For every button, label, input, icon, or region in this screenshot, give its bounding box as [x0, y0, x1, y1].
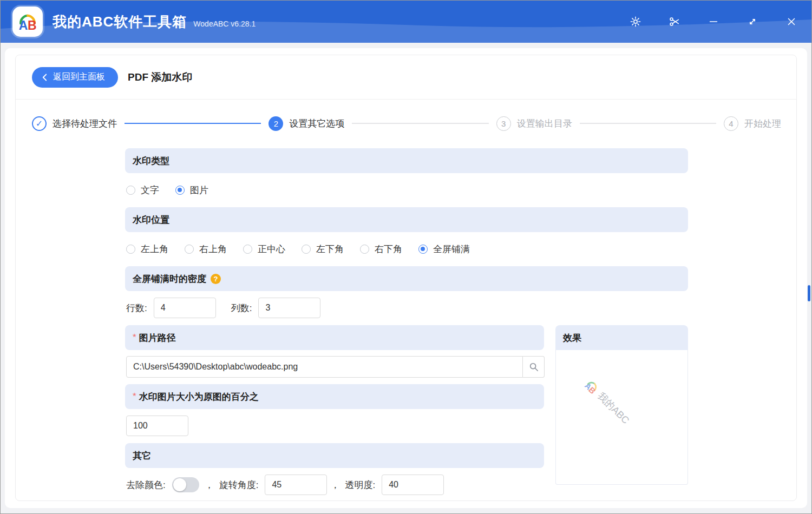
step-connector	[580, 123, 716, 124]
window-controls	[628, 1, 798, 43]
cols-input[interactable]	[258, 298, 320, 318]
app-window: A B 我的ABC软件工具箱 WodeABC v6.28.1	[0, 0, 812, 514]
scissors-icon[interactable]	[667, 15, 682, 29]
section-header: 水印类型	[125, 148, 688, 173]
close-icon[interactable]	[784, 15, 798, 29]
step-3-label: 设置输出目录	[517, 117, 572, 130]
radio-icon-selected	[175, 186, 185, 195]
image-path-row	[125, 354, 544, 379]
scrollbar-thumb[interactable]	[808, 285, 810, 301]
wizard-stepper: ✓ 选择待处理文件 2 设置其它选项 3 设置输出目录 4 开始处理	[32, 114, 781, 133]
step-2-circle: 2	[269, 116, 283, 131]
radio-icon-selected	[418, 245, 428, 254]
maximize-icon[interactable]	[745, 15, 759, 29]
radio-icon	[185, 245, 194, 254]
separator: ，	[330, 479, 339, 491]
radio-icon	[302, 245, 311, 254]
minimize-icon[interactable]	[706, 15, 721, 29]
step-2-label: 设置其它选项	[289, 117, 344, 130]
radio-label: 图片	[190, 184, 208, 196]
radio-label: 左上角	[141, 243, 168, 255]
radio-option-top-left[interactable]: 左上角	[126, 243, 168, 255]
section-density: 全屏铺满时的密度 ? 行数: 列数:	[125, 266, 688, 320]
radio-label: 文字	[141, 184, 159, 196]
radio-option-top-right[interactable]: 右上角	[185, 243, 227, 255]
step-3-circle: 3	[496, 116, 511, 131]
separator: ，	[205, 479, 214, 491]
search-icon	[529, 362, 539, 372]
density-fields: 行数: 列数:	[125, 295, 688, 320]
left-column: * 图片路径	[125, 325, 544, 497]
main-panel: 返回到主面板 PDF 添加水印 ✓ 选择待处理文件 2 设置其它选项 3 设置输…	[5, 48, 807, 508]
app-title: 我的ABC软件工具箱	[53, 12, 187, 31]
section-watermark-position: 水印位置 左上角 右上角	[125, 207, 688, 261]
watermark-sample: A B 我的ABC	[580, 375, 633, 428]
cols-label: 列数:	[231, 302, 252, 314]
radio-option-bottom-left[interactable]: 左下角	[302, 243, 344, 255]
section-header: 其它	[125, 443, 544, 468]
radio-option-bottom-right[interactable]: 右下角	[360, 243, 402, 255]
opacity-input[interactable]	[382, 475, 444, 495]
section-image-path: * 图片路径	[125, 325, 544, 379]
radio-label: 右上角	[199, 243, 227, 255]
section-header: * 图片路径	[125, 325, 544, 350]
section-other: 其它 去除颜色: ， 旋转角度:	[125, 443, 544, 497]
content-card: 返回到主面板 PDF 添加水印 ✓ 选择待处理文件 2 设置其它选项 3 设置输…	[15, 55, 797, 501]
section-title: 全屏铺满时的密度	[133, 273, 206, 285]
page-title: PDF 添加水印	[128, 70, 192, 84]
svg-text:B: B	[28, 18, 37, 32]
radio-label: 左下角	[316, 243, 344, 255]
step-4-circle: 4	[724, 116, 738, 131]
watermark-text: 我的ABC	[595, 390, 632, 427]
rows-input[interactable]	[154, 298, 216, 318]
app-logo: A B	[12, 6, 43, 37]
svg-text:A: A	[19, 18, 28, 32]
radio-label: 右下角	[375, 243, 402, 255]
toggle-knob	[173, 478, 186, 491]
effect-preview-panel: 效果 A B 我的ABC	[555, 325, 688, 485]
opacity-label: 透明度:	[345, 479, 375, 491]
radio-icon	[126, 245, 135, 254]
section-title: 其它	[133, 450, 151, 462]
rotation-label: 旋转角度:	[219, 479, 259, 491]
lower-zone: * 图片路径	[125, 325, 688, 497]
radio-label: 全屏铺满	[433, 243, 470, 255]
required-mark: *	[133, 391, 136, 402]
help-icon[interactable]: ?	[211, 274, 221, 284]
watermark-form: 水印类型 文字 图片	[125, 148, 688, 501]
watermark-type-options: 文字 图片	[125, 177, 688, 202]
radio-option-image[interactable]: 图片	[175, 184, 208, 196]
section-title: 图片路径	[139, 332, 176, 344]
rotation-input[interactable]	[265, 475, 327, 495]
size-percent-input[interactable]	[126, 416, 188, 436]
step-connector	[125, 123, 261, 124]
step-connector	[352, 123, 488, 124]
required-mark: *	[133, 332, 136, 343]
radio-option-center[interactable]: 正中心	[243, 243, 285, 255]
back-to-dashboard-button[interactable]: 返回到主面板	[32, 67, 118, 88]
remove-color-toggle[interactable]	[172, 477, 199, 492]
step-4-label: 开始处理	[744, 117, 781, 130]
remove-color-label: 去除颜色:	[126, 479, 166, 491]
image-path-input[interactable]	[126, 356, 523, 378]
chevron-left-icon	[42, 73, 48, 82]
radio-icon	[360, 245, 369, 254]
section-title: 水印位置	[133, 214, 169, 226]
back-button-label: 返回到主面板	[53, 71, 105, 83]
abc-logo-icon: A B	[15, 9, 40, 34]
radio-option-full-screen[interactable]: 全屏铺满	[418, 243, 470, 255]
preview-title: 效果	[563, 332, 581, 344]
app-body: 返回到主面板 PDF 添加水印 ✓ 选择待处理文件 2 设置其它选项 3 设置输…	[1, 43, 811, 514]
section-image-size: * 水印图片大小为原图的百分之	[125, 384, 544, 438]
section-header: 水印位置	[125, 207, 688, 232]
image-size-row	[125, 413, 544, 438]
watermark-position-options: 左上角 右上角 正中心	[125, 236, 688, 261]
step-1-label: 选择待处理文件	[53, 117, 117, 130]
section-watermark-type: 水印类型 文字 图片	[125, 148, 688, 202]
settings-icon[interactable]	[628, 15, 643, 29]
radio-option-text[interactable]: 文字	[126, 184, 159, 196]
other-options-row: 去除颜色: ， 旋转角度: ， 透明度:	[125, 472, 544, 497]
radio-icon	[126, 186, 135, 195]
browse-file-button[interactable]	[523, 356, 545, 378]
app-version: WodeABC v6.28.1	[193, 19, 256, 28]
